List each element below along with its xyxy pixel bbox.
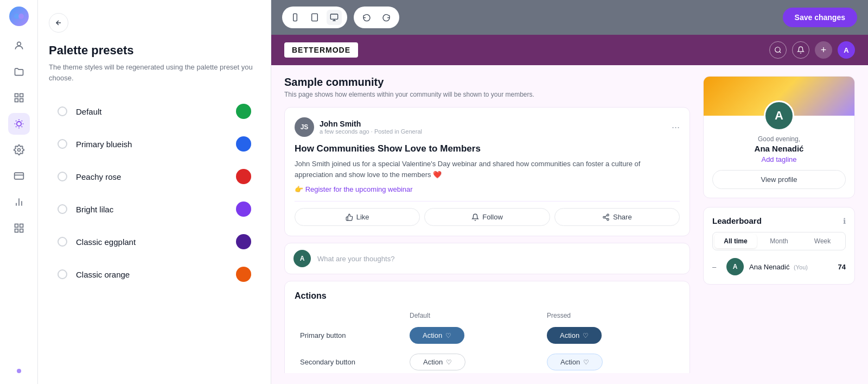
profile-greeting: Good evening,	[712, 135, 846, 143]
device-buttons	[282, 7, 347, 28]
lb-tab-week[interactable]: Week	[801, 234, 844, 248]
save-changes-button[interactable]: Save changes	[783, 8, 857, 27]
heart-icon-4: ♡	[583, 358, 589, 366]
view-profile-button[interactable]: View profile	[712, 170, 846, 189]
svg-rect-14	[15, 224, 18, 228]
nav-themes-icon[interactable]	[8, 113, 30, 135]
primary-default-btn[interactable]: Action ♡	[410, 327, 464, 344]
palette-radio-orange	[58, 269, 67, 279]
lb-tab-alltime[interactable]: All time	[714, 234, 757, 248]
comment-input[interactable]: What are your thoughts?	[317, 255, 394, 263]
undo-btn[interactable]	[359, 10, 374, 25]
col-pressed: Pressed	[542, 310, 679, 322]
post-link-text[interactable]: Register for the upcoming webinar	[305, 185, 413, 193]
leaderboard-title: Leaderboard	[712, 216, 762, 225]
nav-analytics-icon[interactable]	[8, 191, 30, 213]
palette-color-default	[236, 104, 251, 119]
svg-rect-3	[15, 94, 18, 97]
secondary-default-btn[interactable]: Action ♡	[410, 354, 465, 370]
post-header: JS John Smith a few seconds ago · Posted…	[295, 117, 680, 137]
primary-pressed-cell: Action ♡	[542, 323, 679, 348]
post-author-name: John Smith	[320, 119, 422, 128]
palette-item-lilac[interactable]: Bright lilac	[49, 194, 260, 224]
right-sidebar: A Good evening, Ana Nenadić Add tagline …	[703, 76, 855, 373]
palette-label-eggplant: Classic eggplant	[76, 237, 236, 247]
nav-folder-icon[interactable]	[8, 61, 30, 83]
post-meta: a few seconds ago · Posted in General	[320, 128, 422, 135]
icon-sidebar	[0, 0, 38, 384]
palette-panel: Palette presets The theme styles will be…	[38, 0, 271, 384]
nav-card-icon[interactable]	[8, 165, 30, 187]
device-desktop-btn[interactable]	[327, 10, 342, 25]
actions-card: Actions Default Pressed	[284, 281, 690, 373]
history-buttons	[354, 7, 399, 28]
leaderboard-card: Leaderboard ℹ All time Month Week – A	[703, 207, 855, 285]
community-body: Sample community This page shows how ele…	[271, 65, 868, 384]
add-icon[interactable]: +	[815, 41, 832, 59]
svg-point-26	[603, 216, 605, 218]
leaderboard-info-icon[interactable]: ℹ	[843, 217, 846, 225]
svg-point-8	[17, 149, 20, 152]
comment-area[interactable]: A What are your thoughts?	[284, 243, 690, 274]
nav-people-icon[interactable]	[8, 35, 30, 56]
svg-rect-18	[293, 14, 297, 21]
palette-label-blueish: Primary blueish	[76, 140, 236, 149]
palette-label-default: Default	[76, 107, 236, 116]
lb-tab-month[interactable]: Month	[758, 234, 800, 248]
svg-line-29	[605, 215, 607, 216]
svg-rect-6	[20, 99, 23, 102]
primary-default-cell: Action ♡	[405, 323, 541, 348]
svg-point-23	[775, 47, 780, 52]
palette-item-orange[interactable]: Classic orange	[49, 259, 260, 289]
palette-item-eggplant[interactable]: Classic eggplant	[49, 226, 260, 257]
palette-label-peachy: Peachy rose	[76, 172, 236, 181]
palette-item-default[interactable]: Default	[49, 96, 260, 127]
community-brand: BETTERMODE	[284, 42, 358, 58]
search-icon[interactable]	[769, 41, 787, 59]
primary-pressed-btn[interactable]: Action ♡	[547, 327, 602, 344]
share-button[interactable]: Share	[554, 208, 680, 226]
profile-avatar: A	[764, 100, 794, 131]
palette-radio-blueish	[58, 139, 67, 149]
left-content: Sample community This page shows how ele…	[284, 76, 690, 373]
device-mobile-btn[interactable]	[288, 10, 303, 25]
redo-btn[interactable]	[379, 10, 394, 25]
comment-avatar: A	[293, 250, 311, 267]
nav-grid-icon[interactable]	[8, 217, 30, 239]
svg-line-28	[605, 217, 607, 218]
leaderboard-header: Leaderboard ℹ	[712, 216, 846, 225]
follow-button[interactable]: Follow	[424, 208, 550, 226]
lb-name: Ana Nenadić (You)	[749, 263, 833, 271]
palette-label-lilac: Bright lilac	[76, 205, 236, 214]
profile-tagline[interactable]: Add tagline	[712, 155, 846, 163]
secondary-default-cell: Action ♡	[405, 349, 541, 373]
post-title: How Communities Show Love to Members	[295, 143, 680, 154]
user-avatar[interactable]: A	[838, 41, 855, 59]
profile-body: A Good evening, Ana Nenadić Add tagline …	[704, 100, 854, 198]
nav-layout-icon[interactable]	[8, 87, 30, 109]
svg-point-2	[17, 42, 21, 46]
actions-table: Default Pressed Primary button Action	[295, 309, 680, 373]
palette-color-lilac	[236, 202, 251, 217]
palette-color-peachy	[236, 169, 251, 184]
nav-settings-icon[interactable]	[8, 139, 30, 161]
palette-title: Palette presets	[49, 43, 260, 58]
palette-radio-lilac	[58, 204, 67, 214]
col-type	[296, 310, 404, 322]
notification-icon[interactable]	[792, 41, 809, 59]
leaderboard-tabs: All time Month Week	[712, 232, 846, 250]
post-link[interactable]: 👉 Register for the upcoming webinar	[295, 185, 680, 193]
heart-icon-3: ♡	[446, 358, 452, 366]
like-button[interactable]: Like	[295, 208, 420, 226]
back-button[interactable]	[49, 13, 68, 33]
profile-avatar-wrap: A	[712, 100, 846, 131]
svg-line-24	[780, 52, 781, 53]
device-tablet-btn[interactable]	[307, 10, 322, 25]
palette-item-blueish[interactable]: Primary blueish	[49, 129, 260, 159]
svg-rect-4	[20, 94, 23, 97]
palette-item-peachy[interactable]: Peachy rose	[49, 161, 260, 192]
main-area: Save changes BETTERMODE	[271, 0, 868, 384]
post-more-button[interactable]: ···	[672, 122, 680, 133]
secondary-pressed-btn[interactable]: Action ♡	[547, 354, 603, 370]
lb-you-label: (You)	[794, 264, 808, 270]
